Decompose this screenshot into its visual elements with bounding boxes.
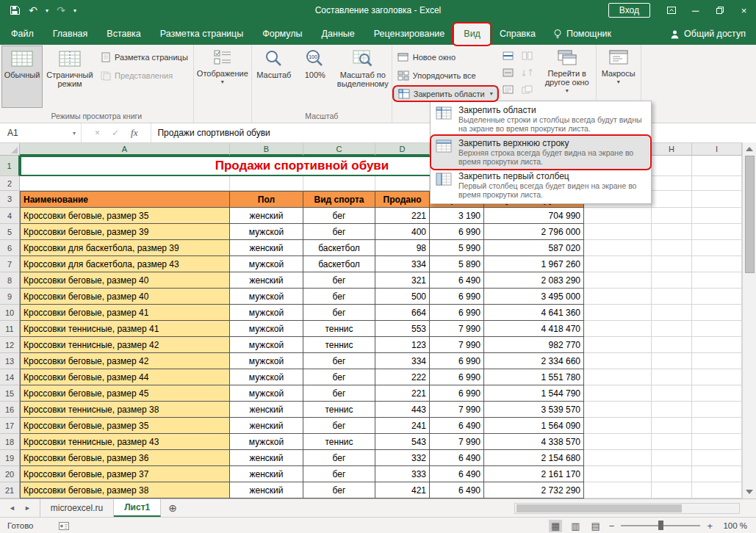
column-header[interactable]: B — [230, 143, 303, 156]
grid-cell[interactable]: женский — [230, 466, 303, 482]
zoom-out-button[interactable]: − — [609, 521, 615, 532]
grid-cell[interactable] — [692, 176, 742, 191]
grid-cell[interactable]: бег — [303, 305, 375, 321]
zoom-percentage[interactable]: 100 % — [719, 521, 747, 530]
synchronous-scrolling-button[interactable] — [519, 66, 536, 79]
grid-cell[interactable]: Кроссовки для баскетбола, размер 43 — [20, 256, 230, 272]
grid-cell[interactable] — [652, 208, 692, 224]
row-header[interactable]: 1 — [0, 156, 20, 176]
grid-cell[interactable]: 4 641 360 — [484, 305, 584, 321]
grid-cell[interactable]: 1 564 090 — [484, 418, 584, 434]
table-header-cell[interactable]: Пол — [230, 191, 303, 208]
grid-cell[interactable]: 6 490 — [430, 466, 484, 482]
tab-file[interactable]: Файл — [1, 23, 43, 45]
grid-cell[interactable]: теннис — [303, 434, 375, 450]
grid-cell[interactable]: бег — [303, 224, 375, 240]
macros-button[interactable]: Макросы ▾ — [598, 46, 639, 108]
table-header-cell[interactable]: Продано — [375, 191, 430, 208]
grid-cell[interactable]: 1 544 790 — [484, 385, 584, 402]
grid-cell[interactable]: бег — [303, 482, 375, 498]
grid-cell[interactable]: 443 — [375, 402, 430, 418]
column-header[interactable]: H — [652, 143, 692, 156]
grid-cell[interactable]: 334 — [375, 256, 430, 272]
grid-cell[interactable] — [375, 176, 430, 191]
grid-cell[interactable]: женский — [230, 272, 303, 289]
grid-cell[interactable]: 241 — [375, 418, 430, 434]
grid-cell[interactable]: бег — [303, 208, 375, 224]
row-header[interactable]: 19 — [0, 450, 20, 466]
grid-cell[interactable] — [692, 369, 742, 385]
tab-view[interactable]: Вид — [454, 23, 490, 45]
grid-cell[interactable]: 2 334 660 — [484, 353, 584, 369]
menu-item-freeze-top-row[interactable]: Закрепить верхнюю строку Верхняя строка … — [432, 136, 649, 169]
grid-cell[interactable] — [584, 402, 652, 418]
grid-cell[interactable]: 587 020 — [484, 240, 584, 256]
grid-cell[interactable] — [652, 191, 692, 208]
grid-cell[interactable]: бег — [303, 353, 375, 369]
grid-cell[interactable] — [692, 289, 742, 305]
grid-cell[interactable] — [584, 208, 652, 224]
grid-cell[interactable] — [652, 418, 692, 434]
table-header-cell[interactable]: Наименование — [20, 191, 230, 208]
grid-cell[interactable]: 3 190 — [430, 208, 484, 224]
sheet-nav-left-arrow[interactable]: ◄ — [9, 504, 15, 512]
grid-cell[interactable]: женский — [230, 402, 303, 418]
row-header[interactable]: 20 — [0, 466, 20, 482]
grid-cell[interactable] — [652, 272, 692, 289]
horizontal-scroll-thumb[interactable] — [516, 504, 682, 512]
status-normal-view-button[interactable]: ▦ — [549, 520, 562, 532]
grid-cell[interactable]: мужской — [230, 305, 303, 321]
grid-cell[interactable] — [20, 176, 230, 191]
zoom-slider[interactable] — [621, 525, 700, 526]
grid-cell[interactable]: Кроссовки беговые, размер 41 — [20, 305, 230, 321]
row-header[interactable]: 8 — [0, 272, 20, 289]
column-header[interactable]: I — [692, 143, 742, 156]
grid-cell[interactable]: баскетбол — [303, 240, 375, 256]
undo-button[interactable]: ↶ — [24, 1, 42, 19]
grid-cell[interactable]: мужской — [230, 434, 303, 450]
sheet-tab-list1[interactable]: Лист1 — [114, 499, 161, 517]
tab-home[interactable]: Главная — [43, 23, 98, 45]
row-header[interactable]: 12 — [0, 337, 20, 353]
row-header[interactable]: 5 — [0, 224, 20, 240]
grid-cell[interactable] — [652, 385, 692, 402]
grid-cell[interactable]: бег — [303, 369, 375, 385]
assistant-button[interactable]: Помощник — [547, 23, 617, 45]
row-header[interactable]: 6 — [0, 240, 20, 256]
zoom-100-button[interactable]: 100 100% — [295, 46, 336, 108]
grid-cell[interactable]: 400 — [375, 224, 430, 240]
grid-cell[interactable]: Кроссовки беговые, размер 37 — [20, 466, 230, 482]
grid-cell[interactable] — [652, 482, 692, 498]
grid-cell[interactable]: Кроссовки теннисные, размер 43 — [20, 434, 230, 450]
grid-cell[interactable]: теннис — [303, 402, 375, 418]
scroll-up-arrow[interactable] — [746, 147, 753, 151]
grid-cell[interactable] — [652, 224, 692, 240]
unhide-window-button[interactable] — [500, 83, 516, 95]
horizontal-scrollbar[interactable] — [514, 503, 740, 514]
grid-cell[interactable]: 6 490 — [430, 272, 484, 289]
custom-views-button[interactable]: Представления — [97, 68, 192, 83]
grid-cell[interactable] — [652, 289, 692, 305]
normal-view-button[interactable]: Обычный — [1, 46, 43, 108]
grid-cell[interactable]: Кроссовки беговые, размер 35 — [20, 418, 230, 434]
grid-cell[interactable]: бег — [303, 418, 375, 434]
grid-cell[interactable]: 221 — [375, 385, 430, 402]
grid-cell[interactable]: баскетбол — [303, 256, 375, 272]
grid-cell[interactable]: Кроссовки теннисные, размер 38 — [20, 402, 230, 418]
grid-cell[interactable] — [692, 402, 742, 418]
grid-cell[interactable] — [230, 176, 303, 191]
cancel-button[interactable]: × — [95, 128, 100, 138]
tab-page-layout[interactable]: Разметка страницы — [151, 23, 253, 45]
grid-cell[interactable] — [692, 191, 742, 208]
page-layout-view-button[interactable]: Разметка страницы — [97, 49, 192, 65]
grid-cell[interactable] — [652, 369, 692, 385]
grid-cell[interactable]: 3 539 570 — [484, 402, 584, 418]
grid-cell[interactable] — [692, 466, 742, 482]
grid-cell[interactable]: мужской — [230, 289, 303, 305]
grid-cell[interactable] — [692, 156, 742, 176]
grid-cell[interactable] — [584, 418, 652, 434]
zoom-to-selection-button[interactable]: Масштаб по выделенному — [336, 46, 390, 108]
minimize-button[interactable]: ─ — [683, 0, 708, 21]
grid-cell[interactable]: бег — [303, 289, 375, 305]
grid-cell[interactable] — [692, 272, 742, 289]
